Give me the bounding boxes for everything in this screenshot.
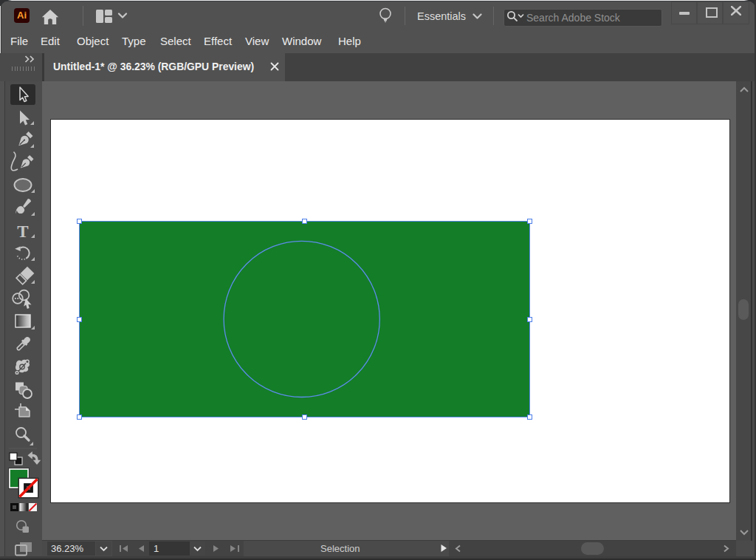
svg-text:T: T [17, 222, 28, 241]
